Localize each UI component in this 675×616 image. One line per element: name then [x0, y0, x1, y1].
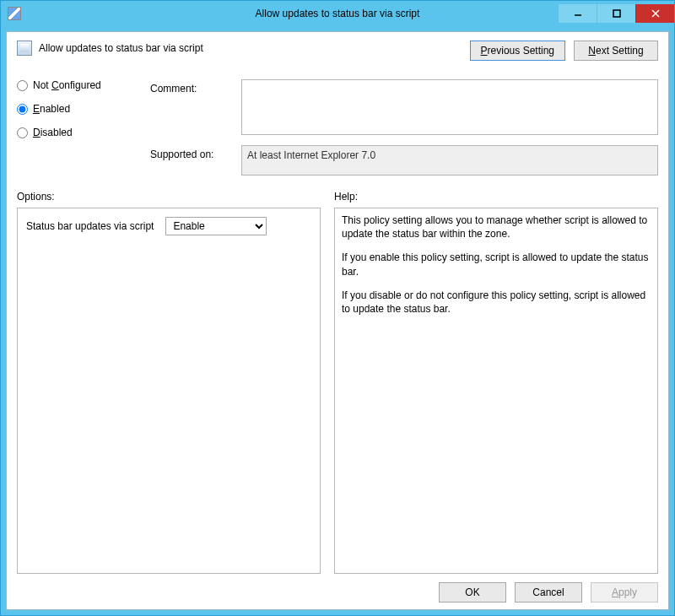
header-buttons: Previous Setting Next Setting [470, 41, 658, 61]
next-underline: N [588, 45, 596, 57]
supported-field: At least Internet Explorer 7.0 [241, 145, 658, 176]
ok-button[interactable]: OK [439, 582, 506, 602]
header-row: Allow updates to status bar via script P… [17, 41, 658, 61]
close-button[interactable] [635, 4, 674, 23]
comment-field[interactable] [241, 79, 658, 135]
help-pane[interactable]: This policy setting allows you to manage… [334, 208, 658, 574]
apply-button[interactable]: Apply [591, 582, 658, 602]
minimize-button[interactable] [558, 4, 597, 23]
radio-disabled-input[interactable] [17, 127, 28, 138]
minimize-icon [574, 9, 582, 18]
help-section-label: Help: [334, 191, 658, 203]
options-section-label: Options: [17, 191, 321, 203]
radio-disabled[interactable]: Disabled [17, 127, 143, 138]
supported-label: Supported on: [150, 145, 235, 176]
option-row-status-bar-script: Status bar updates via script Enable [26, 217, 311, 235]
radio-enabled-input[interactable] [17, 104, 28, 115]
radio-enabled[interactable]: Enabled [17, 103, 143, 115]
mid-section: Not Configured Enabled Disabled Comment:… [17, 79, 658, 176]
svg-rect-1 [613, 10, 620, 17]
panes: Status bar updates via script Enable Thi… [17, 208, 658, 574]
policy-title: Allow updates to status bar via script [39, 42, 203, 54]
policy-icon [17, 41, 32, 56]
option-label: Status bar updates via script [26, 220, 154, 232]
footer-buttons: OK Cancel Apply [17, 574, 658, 602]
help-paragraph-2: If you enable this policy setting, scrip… [342, 251, 654, 278]
options-pane: Status bar updates via script Enable [17, 208, 321, 574]
previous-underline: P [481, 45, 488, 57]
maximize-button[interactable] [597, 4, 635, 23]
help-paragraph-3: If you disable or do not configure this … [342, 289, 654, 316]
cancel-button[interactable]: Cancel [515, 582, 582, 602]
dialog-window: Allow updates to status bar via script A… [0, 0, 675, 616]
radio-not-configured[interactable]: Not Configured [17, 79, 143, 91]
option-select[interactable]: Enable [165, 217, 267, 235]
state-radios: Not Configured Enabled Disabled [17, 79, 143, 176]
header-left: Allow updates to status bar via script [17, 41, 203, 56]
maximize-icon [613, 9, 621, 18]
dialog-content: Allow updates to status bar via script P… [6, 31, 669, 610]
app-icon [8, 7, 21, 20]
titlebar: Allow updates to status bar via script [1, 1, 674, 26]
radio-not-configured-input[interactable] [17, 80, 28, 91]
section-labels: Options: Help: [17, 191, 658, 203]
previous-setting-button[interactable]: Previous Setting [470, 41, 565, 61]
window-controls [558, 4, 674, 23]
help-paragraph-1: This policy setting allows you to manage… [342, 213, 654, 240]
next-rest: ext Setting [596, 45, 644, 57]
close-icon [651, 9, 660, 18]
previous-rest: revious Setting [488, 45, 554, 57]
next-setting-button[interactable]: Next Setting [574, 41, 658, 61]
comment-label: Comment: [150, 79, 235, 135]
